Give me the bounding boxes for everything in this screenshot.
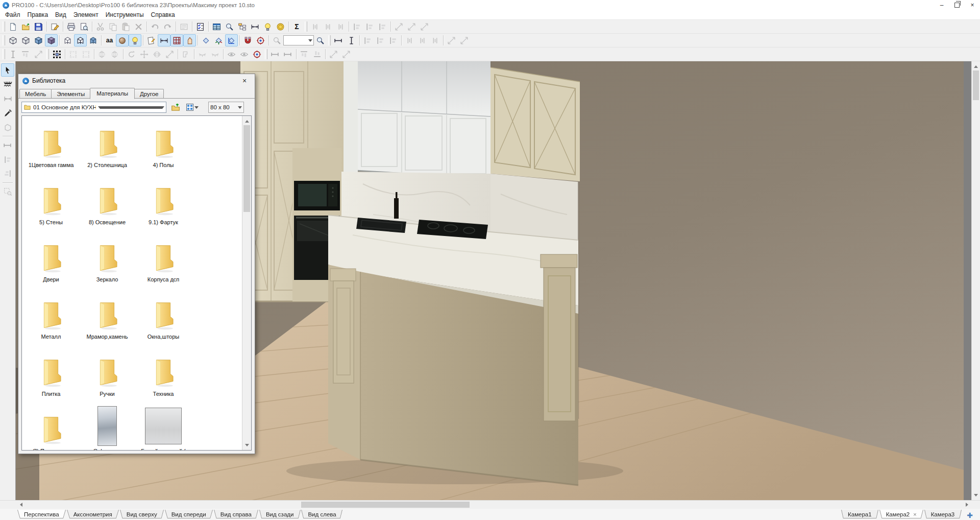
folder-path-combobox[interactable]: 01 Основное для КУХНИ [21,102,166,113]
library-scroll-thumb[interactable] [243,125,250,212]
materials-render-button[interactable] [116,34,129,46]
disabled-distribute-tool[interactable] [351,20,363,33]
measure-horizontal-button[interactable] [332,34,345,46]
show-tool[interactable] [225,48,238,60]
structure-panel-button[interactable] [236,20,249,33]
disabled-fit-tool[interactable] [311,48,324,60]
hide-tool[interactable] [196,48,209,60]
view-tab-right[interactable]: Вид справа [214,510,258,519]
rotate-tool[interactable] [125,48,138,60]
folder-item[interactable]: Ручки [79,348,135,405]
wireframe-view-button[interactable] [7,34,19,46]
dimension-tool-button[interactable] [1,92,14,105]
axonometry-button[interactable] [212,34,225,46]
material-item[interactable]: Gola ручка [79,405,135,450]
contour-mode-button[interactable] [61,34,74,46]
dimensions-panel-button[interactable] [249,20,261,33]
selection-grid-button[interactable] [51,48,63,60]
toolbar-grip[interactable] [3,49,5,59]
disabled-align-tool[interactable] [387,34,400,46]
show-tool[interactable] [238,48,251,60]
disabled-slope-tool[interactable] [393,20,405,33]
new-button[interactable] [7,20,19,33]
zoom-region-tool-button[interactable] [1,185,14,198]
print-button[interactable] [65,20,78,33]
disabled-flip-tool[interactable] [96,48,109,60]
camera-tab-2[interactable]: Камера2× [879,510,923,519]
disabled-flip-tool[interactable] [109,48,121,60]
scroll-right-button[interactable] [964,501,972,509]
materials-panel-button[interactable] [261,20,274,33]
material-item[interactable]: Белый матовый ( металл) [135,405,191,450]
folder-item[interactable]: 1Цветовая гамма [23,119,79,176]
menu-help[interactable]: Справка [148,11,179,19]
folder-item[interactable]: 8) Освещение [79,176,135,233]
disabled-center-tool[interactable] [19,48,32,60]
undo-button[interactable] [149,20,161,33]
disabled-slope-tool[interactable] [340,48,353,60]
lighting-button[interactable] [129,34,141,46]
show-helpers-button[interactable] [183,34,196,46]
scroll-down-button[interactable] [242,442,251,450]
folder-up-button[interactable] [168,101,183,113]
toolbar-grip[interactable] [265,49,267,59]
select-tool-button[interactable] [1,63,14,77]
view-tab-perspective[interactable]: Перспектива [17,510,66,519]
shape-tool[interactable] [180,48,192,60]
folder-item[interactable]: Окна,шторы [135,291,191,348]
thumbnail-size-combobox[interactable]: 80 x 80 [208,102,244,113]
disabled-rotate-tool[interactable] [445,34,458,46]
disabled-distribute-tool[interactable] [376,20,389,33]
library-panel-button[interactable] [210,20,223,33]
print-preview-button[interactable] [78,20,90,33]
zoom-out-button[interactable] [271,34,283,46]
menu-view[interactable]: Вид [52,11,70,19]
disabled-align-tool[interactable] [334,20,347,33]
view-tab-left[interactable]: Вид слева [301,510,342,519]
disabled-group-tool[interactable] [67,48,80,60]
show-dimensions-button[interactable] [158,34,170,46]
folder-item[interactable]: 4) Полы [135,119,191,176]
disabled-center-tool[interactable] [32,48,45,60]
disabled-side-tool[interactable] [1,167,14,180]
folder-item[interactable]: Плитка [23,348,79,405]
disabled-align-tool[interactable] [309,20,322,33]
minimize-button[interactable]: – [934,0,949,10]
menu-tools[interactable]: Инструменты [102,11,148,19]
tab-elements[interactable]: Элементы [51,89,90,99]
disabled-fit-tool[interactable] [282,48,295,60]
toolbar-grip[interactable] [305,21,307,32]
shaded-mode-button[interactable] [87,34,100,46]
scroll-up-button[interactable] [972,61,980,69]
vertical-scroll-thumb[interactable] [973,70,979,100]
scale-tool[interactable] [163,48,176,60]
snap-button[interactable] [241,34,254,46]
disabled-align-tool[interactable] [374,34,387,46]
disabled-group-tool[interactable] [80,48,92,60]
scroll-down-button[interactable] [972,492,980,500]
camera-tab-1[interactable]: Камера1 [841,510,878,519]
projection-button[interactable] [200,34,212,46]
cut-element-tool-button[interactable] [1,78,14,91]
report-panel-button[interactable] [274,20,287,33]
folder-item[interactable]: 2) Столешница [79,119,135,176]
measure-vertical-button[interactable] [345,34,358,46]
disabled-distribute-tool[interactable] [429,34,442,46]
hidden-lines-view-button[interactable] [19,34,32,46]
menu-edit[interactable]: Правка [24,11,52,19]
disabled-rotate-tool[interactable] [458,34,471,46]
library-dialog-titlebar[interactable]: Библиотека × [18,74,255,87]
folder-item[interactable]: Зеркало [79,233,135,291]
mirror-tool[interactable] [151,48,163,60]
folder-item[interactable]: Корпуса дсп [135,233,191,291]
toolbar-grip[interactable] [46,49,49,59]
view-tab-axonometry[interactable]: Аксонометрия [67,510,119,519]
zoom-level-combobox[interactable] [283,35,314,45]
orbit-target-button[interactable] [251,48,263,60]
disabled-center-tool[interactable] [7,48,19,60]
scroll-up-button[interactable] [242,116,251,124]
folder-item[interactable]: 5) Стены [23,176,79,233]
vertical-scrollbar[interactable] [971,61,980,500]
textured-view-button[interactable] [45,34,58,46]
menu-element[interactable]: Элемент [70,11,102,19]
